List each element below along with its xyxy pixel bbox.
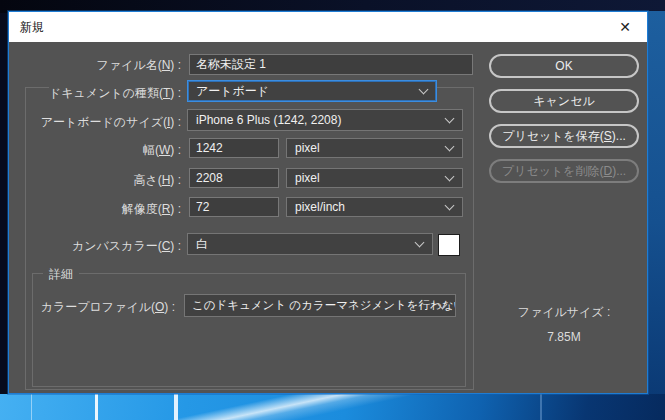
chevron-down-icon xyxy=(445,114,455,124)
ok-button[interactable]: OK xyxy=(489,54,639,78)
width-unit-value: pixel xyxy=(295,141,320,155)
chevron-down-icon xyxy=(445,201,455,211)
height-input[interactable] xyxy=(189,168,279,188)
file-size-label: ファイルサイズ : xyxy=(489,304,639,321)
height-label: 高さ(H) : xyxy=(9,172,181,189)
desktop-wallpaper-right xyxy=(648,11,665,395)
cancel-button[interactable]: キャンセル xyxy=(489,89,639,113)
close-icon[interactable]: ✕ xyxy=(603,12,647,42)
chevron-down-icon xyxy=(419,85,429,95)
resolution-input[interactable] xyxy=(189,197,279,217)
delete-preset-button: プリセットを削除(D)... xyxy=(489,159,639,183)
chevron-down-icon xyxy=(415,238,425,248)
new-document-dialog: 新規 ✕ 詳細 ファイル名(N) : ドキュメントの種類(T) : アートボード… xyxy=(8,11,648,394)
details-legend: 詳細 xyxy=(43,266,79,283)
width-label: 幅(W) : xyxy=(9,142,181,159)
artboard-size-select[interactable]: iPhone 6 Plus (1242, 2208) xyxy=(187,109,463,131)
document-type-label: ドキュメントの種類(T) : xyxy=(9,85,181,102)
resolution-unit-value: pixel/inch xyxy=(295,200,345,214)
file-name-label: ファイル名(N) : xyxy=(9,57,181,74)
color-profile-select[interactable]: このドキュメント のカラーマネジメントを行わない xyxy=(184,294,456,317)
canvas-color-select[interactable]: 白 xyxy=(187,233,433,255)
title-bar[interactable]: 新規 ✕ xyxy=(9,12,647,42)
file-size-value: 7.85M xyxy=(489,330,639,344)
document-type-select[interactable]: アートボード xyxy=(187,80,437,102)
wallpaper-light-beam xyxy=(90,390,510,420)
chevron-down-icon xyxy=(445,172,455,182)
file-name-input[interactable] xyxy=(189,54,473,75)
wallpaper-line xyxy=(31,394,32,420)
canvas-color-label: カンバスカラー(C) : xyxy=(9,238,181,255)
height-unit-value: pixel xyxy=(295,171,320,185)
wallpaper-line xyxy=(540,394,542,420)
wallpaper-line xyxy=(95,394,98,420)
color-profile-label: カラープロファイル(O) : xyxy=(9,299,175,316)
color-profile-value: このドキュメント のカラーマネジメントを行わない xyxy=(192,299,456,311)
canvas-color-value: 白 xyxy=(196,237,208,251)
artboard-size-value: iPhone 6 Plus (1242, 2208) xyxy=(196,113,341,127)
width-input[interactable] xyxy=(189,138,279,158)
document-type-value: アートボード xyxy=(196,84,269,98)
desktop-wallpaper-bottom xyxy=(0,394,665,420)
save-preset-button[interactable]: プリセットを保存(S)... xyxy=(489,124,639,148)
resolution-label: 解像度(R) : xyxy=(9,201,181,218)
artboard-size-label: アートボードのサイズ(I) : xyxy=(9,114,181,131)
wallpaper-line xyxy=(174,394,178,420)
width-unit-select[interactable]: pixel xyxy=(286,138,463,158)
chevron-down-icon xyxy=(445,142,455,152)
height-unit-select[interactable]: pixel xyxy=(286,168,463,188)
canvas-color-swatch[interactable] xyxy=(438,234,460,256)
details-groupbox xyxy=(32,273,466,387)
dialog-title: 新規 xyxy=(20,19,44,36)
resolution-unit-select[interactable]: pixel/inch xyxy=(286,197,463,217)
